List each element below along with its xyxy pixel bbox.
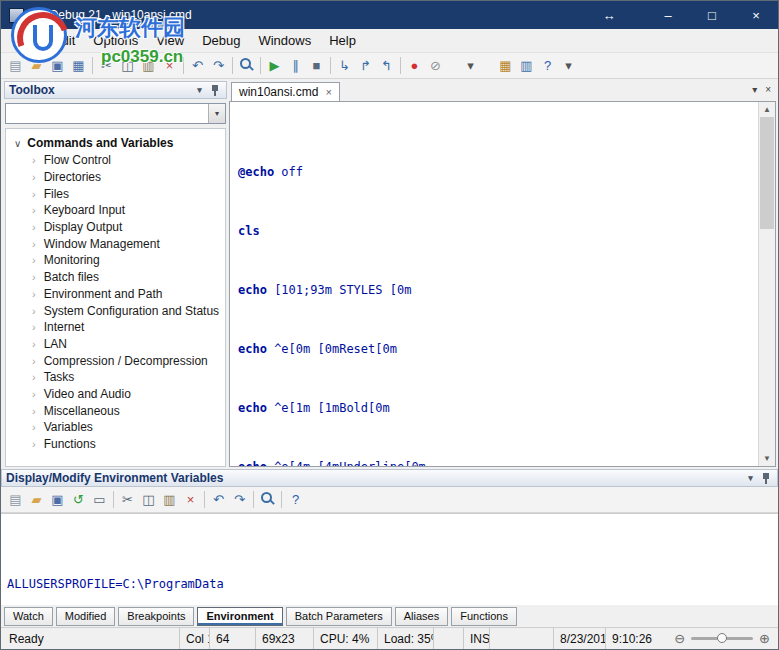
debug-panel-tab[interactable]: Modified (56, 607, 116, 626)
tree-item[interactable]: › Batch files (6, 269, 225, 286)
refresh-icon[interactable]: ↺ (68, 489, 89, 510)
scroll-down-icon[interactable]: ▼ (759, 451, 775, 466)
tree-item[interactable]: › LAN (6, 336, 225, 353)
tree-item[interactable]: › Tasks (6, 369, 225, 386)
stop-icon[interactable]: ■ (306, 55, 327, 76)
tab-list-dropdown-icon[interactable]: ▾ (752, 84, 757, 95)
find-icon[interactable] (257, 489, 278, 510)
panel-menu-icon[interactable]: ▾ (743, 471, 758, 486)
menu-item[interactable]: Debug (193, 30, 249, 51)
tree-item[interactable]: › Video and Audio (6, 386, 225, 403)
tree-item[interactable]: › Environment and Path (6, 286, 225, 303)
tree-item[interactable]: › Flow Control (6, 152, 225, 169)
minimize-button[interactable]: – (646, 1, 690, 29)
new-file-icon[interactable]: ▤ (5, 55, 26, 76)
copy-icon[interactable]: ◫ (117, 55, 138, 76)
menu-item[interactable]: Windows (249, 30, 320, 51)
delete-icon[interactable]: × (180, 489, 201, 510)
tree-item[interactable]: › Miscellaneous (6, 402, 225, 419)
tree-item[interactable]: › Variables (6, 419, 225, 436)
console-window-icon[interactable]: ▥ (516, 55, 537, 76)
tree-root-commands-and-variables[interactable]: ∨ Commands and Variables (6, 134, 225, 152)
step-into-icon[interactable]: ↳ (334, 55, 355, 76)
pin-icon[interactable] (758, 471, 773, 486)
cut-icon[interactable]: ✂ (117, 489, 138, 510)
tree-item[interactable]: › Functions (6, 436, 225, 453)
record-icon[interactable]: ● (404, 55, 425, 76)
delete-icon[interactable]: × (159, 55, 180, 76)
window-list-icon[interactable]: ▦ (495, 55, 516, 76)
close-tab-icon[interactable]: × (325, 86, 331, 98)
debug-panel-tabs: Watch Modified Breakpoints Environment B… (1, 605, 778, 627)
tree-item[interactable]: › Monitoring (6, 252, 225, 269)
menu-item[interactable]: Edit (44, 30, 84, 51)
status-cells: Col 1 Row 1 64 69x23 CPU: 4% Load: 35% I… (179, 628, 652, 649)
debug-panel-tab[interactable]: Functions (451, 607, 517, 626)
pause-icon[interactable]: ∥ (285, 55, 306, 76)
menu-item[interactable]: Options (84, 30, 147, 51)
panel-menu-icon[interactable]: ▾ (192, 83, 207, 98)
save-icon[interactable]: ▣ (47, 55, 68, 76)
cut-icon[interactable]: ✂ (96, 55, 117, 76)
find-icon[interactable] (236, 55, 257, 76)
toolbar-overflow-icon[interactable]: ▾ (460, 55, 481, 76)
menu-item[interactable]: Help (320, 30, 365, 51)
redo-icon[interactable]: ↷ (208, 55, 229, 76)
undo-icon[interactable]: ↶ (187, 55, 208, 76)
zoom-out-icon[interactable]: ⊖ (674, 631, 685, 646)
scrollbar-thumb[interactable] (760, 117, 774, 229)
maximize-button[interactable]: □ (690, 1, 734, 29)
pin-glyph (208, 83, 222, 97)
run-icon[interactable]: ▶ (264, 55, 285, 76)
tree-item[interactable]: › Display Output (6, 219, 225, 236)
debug-panel-tab[interactable]: Watch (4, 607, 53, 626)
paste-icon[interactable]: ▥ (159, 489, 180, 510)
tree-item[interactable]: › Files (6, 185, 225, 202)
tree-item[interactable]: › Compression / Decompression (6, 352, 225, 369)
toolbox-filter-combobox[interactable]: ▾ (5, 103, 226, 124)
zoom-slider-track[interactable] (691, 637, 753, 640)
tree-item[interactable]: › Internet (6, 319, 225, 336)
open-folder-icon[interactable]: ▰ (26, 489, 47, 510)
debug-panel-tab[interactable]: Batch Parameters (286, 607, 392, 626)
tree-item[interactable]: › Keyboard Input (6, 202, 225, 219)
help-icon[interactable]: ? (285, 489, 306, 510)
environment-variable-row[interactable]: ALLUSERSPROFILE=C:\ProgramData (7, 577, 778, 592)
menu-item[interactable]: File (5, 30, 44, 51)
help-icon[interactable]: ? (537, 55, 558, 76)
environment-variables-list[interactable]: ALLUSERSPROFILE=C:\ProgramData APPDATA=C… (1, 513, 778, 605)
breakpoint-disable-icon[interactable]: ⊘ (425, 55, 446, 76)
tab-win10ansi[interactable]: win10ansi.cmd × (231, 82, 340, 101)
tree-item-label: Files (44, 187, 69, 201)
scroll-up-icon[interactable]: ▲ (759, 102, 775, 117)
menu-item[interactable]: View (147, 30, 193, 51)
scrollbar-track[interactable] (759, 117, 775, 451)
debug-panel-tab[interactable]: Breakpoints (118, 607, 194, 626)
step-out-icon[interactable]: ↰ (376, 55, 397, 76)
zoom-slider-thumb[interactable] (717, 633, 727, 643)
undo-icon[interactable]: ↶ (208, 489, 229, 510)
save-icon[interactable]: ▣ (47, 489, 68, 510)
code-editor[interactable]: @echo off cls echo [101;93m STYLES [0m e… (230, 102, 758, 466)
toolbar-more-icon[interactable]: ▾ (558, 55, 579, 76)
chevron-down-icon[interactable]: ▾ (208, 104, 225, 123)
editor-vertical-scrollbar[interactable]: ▲ ▼ (758, 102, 775, 466)
step-over-icon[interactable]: ↱ (355, 55, 376, 76)
copy-icon[interactable]: ◫ (138, 489, 159, 510)
debug-panel-tab[interactable]: Environment (197, 607, 282, 626)
open-folder-icon[interactable]: ▰ (26, 55, 47, 76)
close-document-icon[interactable]: × (765, 84, 771, 95)
paste-icon[interactable]: ▥ (138, 55, 159, 76)
fullscreen-toggle-icon[interactable]: ↔ (594, 1, 624, 29)
zoom-in-icon[interactable]: ⊕ (759, 631, 770, 646)
tree-item[interactable]: › Directories (6, 169, 225, 186)
save-all-icon[interactable]: ▦ (68, 55, 89, 76)
tree-item[interactable]: › System Configuration and Status (6, 302, 225, 319)
close-button[interactable]: × (734, 1, 778, 29)
tree-item[interactable]: › Window Management (6, 235, 225, 252)
new-file-icon[interactable]: ▤ (5, 489, 26, 510)
print-icon[interactable]: ▭ (89, 489, 110, 510)
redo-icon[interactable]: ↷ (229, 489, 250, 510)
pin-icon[interactable] (207, 83, 222, 98)
debug-panel-tab[interactable]: Aliases (395, 607, 448, 626)
